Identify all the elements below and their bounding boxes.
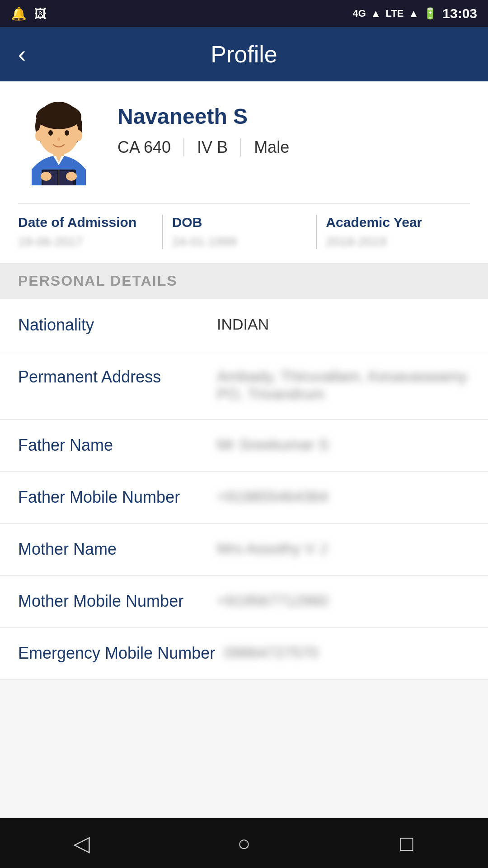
admission-label: Date of Admission	[18, 215, 153, 230]
detail-label: Nationality	[18, 316, 208, 335]
page-title: Profile	[211, 41, 277, 68]
detail-value: INDIAN	[217, 316, 470, 333]
roll-number: CA 640	[117, 138, 183, 157]
status-right-info: 4G ▲ LTE ▲ 🔋 13:03	[352, 6, 477, 21]
battery-icon: 🔋	[423, 7, 437, 20]
detail-row: Emergency Mobile Number09864727570	[0, 627, 488, 679]
detail-label: Emergency Mobile Number	[18, 644, 215, 663]
back-nav-icon: ◁	[73, 830, 90, 856]
admission-row: Date of Admission 19-06-2017 DOB 24-01-1…	[18, 203, 470, 249]
detail-row: Mother Mobile Number+919567712960	[0, 576, 488, 627]
section: IV B	[184, 138, 240, 157]
profile-info: Navaneeth S CA 640 IV B Male	[117, 99, 470, 157]
svg-point-14	[66, 172, 77, 181]
admission-value: 19-06-2017	[18, 235, 153, 249]
details-list: NationalityINDIANPermanent AddressAmbady…	[0, 299, 488, 679]
student-name: Navaneeth S	[117, 104, 470, 129]
recent-nav-button[interactable]: □	[384, 825, 429, 861]
svg-point-6	[65, 130, 69, 136]
home-nav-icon: ○	[238, 831, 251, 856]
clock: 13:03	[442, 6, 477, 21]
back-nav-button[interactable]: ◁	[59, 825, 104, 861]
detail-row: NationalityINDIAN	[0, 299, 488, 351]
dob-col: DOB 24-01-1999	[163, 215, 316, 249]
detail-value: Mrs Assothy V J	[217, 540, 470, 557]
detail-row: Father NameMr Sreekumar S	[0, 420, 488, 472]
dob-value: 24-01-1999	[172, 235, 307, 249]
svg-point-2	[36, 104, 81, 129]
student-meta: CA 640 IV B Male	[117, 138, 470, 157]
status-bar: 🔔 🖼 4G ▲ LTE ▲ 🔋 13:03	[0, 0, 488, 27]
svg-point-13	[41, 172, 52, 181]
detail-label: Mother Name	[18, 540, 208, 559]
detail-value: Ambady, Thiruvallam, Kesavaswamy PO, Tri…	[217, 368, 470, 403]
detail-value: 09864727570	[224, 644, 470, 661]
profile-card: Navaneeth S CA 640 IV B Male Date of Adm…	[0, 81, 488, 263]
academic-year-label: Academic Year	[326, 215, 461, 230]
detail-row: Permanent AddressAmbady, Thiruvallam, Ke…	[0, 351, 488, 420]
svg-point-3	[35, 130, 42, 141]
network-icons: 4G ▲ LTE ▲ 🔋	[352, 7, 437, 20]
back-button[interactable]: ‹	[18, 42, 26, 66]
admission-date-col: Date of Admission 19-06-2017	[18, 215, 162, 249]
detail-row: Mother NameMrs Assothy V J	[0, 524, 488, 576]
svg-point-5	[48, 130, 53, 136]
status-left-icons: 🔔 🖼	[11, 6, 47, 21]
image-icon: 🖼	[34, 6, 47, 21]
academic-year-value: 2018-2019	[326, 235, 461, 249]
signal-icon: ▲	[371, 7, 381, 20]
detail-value: +919567712960	[217, 592, 470, 609]
profile-top: Navaneeth S CA 640 IV B Male	[18, 99, 470, 185]
lte-label: LTE	[386, 8, 404, 19]
detail-label: Father Mobile Number	[18, 488, 208, 507]
personal-details-header: PERSONAL DETAILS	[0, 263, 488, 299]
svg-point-7	[57, 137, 60, 141]
detail-label: Mother Mobile Number	[18, 592, 208, 611]
detail-row: Father Mobile Number+919855464364	[0, 472, 488, 524]
lte-signal-icon: ▲	[408, 7, 419, 20]
svg-rect-10	[58, 170, 60, 185]
dob-label: DOB	[172, 215, 307, 230]
academic-year-col: Academic Year 2018-2019	[317, 215, 470, 249]
notification-icon: 🔔	[11, 6, 27, 21]
avatar	[18, 99, 99, 185]
svg-point-4	[75, 130, 82, 141]
detail-value: +919855464364	[217, 488, 470, 505]
nav-bar: ‹ Profile	[0, 27, 488, 81]
recent-nav-icon: □	[400, 831, 413, 856]
detail-value: Mr Sreekumar S	[217, 436, 470, 453]
bottom-nav: ◁ ○ □	[0, 818, 488, 868]
detail-label: Permanent Address	[18, 368, 208, 387]
detail-label: Father Name	[18, 436, 208, 455]
bottom-spacer	[0, 679, 488, 734]
home-nav-button[interactable]: ○	[221, 825, 267, 861]
gender: Male	[241, 138, 302, 157]
4g-icon: 4G	[352, 8, 366, 19]
